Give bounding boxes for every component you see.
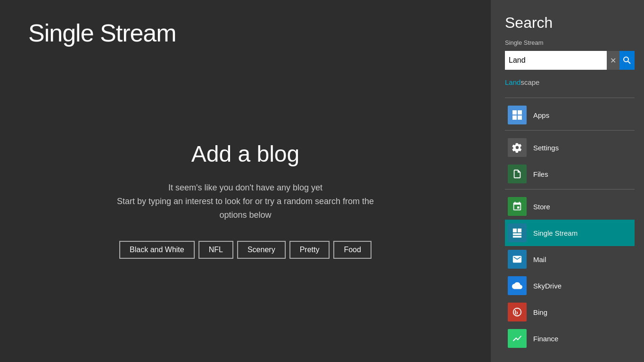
search-clear-button[interactable]: ✕	[607, 51, 619, 70]
app-title: Single Stream	[28, 19, 462, 47]
skydrive-label: SkyDrive	[533, 282, 561, 290]
svg-rect-4	[512, 115, 517, 120]
skydrive-icon	[508, 276, 527, 295]
app-item-apps[interactable]: Apps	[505, 102, 635, 128]
app-item-files[interactable]: Files	[505, 161, 635, 187]
app-item-skydrive[interactable]: SkyDrive	[505, 272, 635, 299]
tag-button-nfl[interactable]: NFL	[198, 241, 233, 259]
search-input[interactable]	[505, 51, 607, 70]
bing-icon: b	[508, 303, 527, 321]
main-content: Single Stream Add a blog It seem's like …	[0, 0, 491, 362]
store-icon	[508, 197, 527, 216]
tag-button-food[interactable]: Food	[333, 241, 371, 259]
files-label: Files	[533, 170, 548, 178]
svg-rect-7	[518, 229, 521, 232]
center-area: Add a blog It seem's like you don't have…	[28, 57, 462, 343]
app-item-settings[interactable]: Settings	[505, 134, 635, 161]
suggestion-rest: scape	[520, 78, 539, 86]
svg-line-1	[628, 61, 630, 64]
svg-rect-8	[513, 233, 521, 235]
app-item-bing[interactable]: b Bing	[505, 299, 635, 325]
search-icon	[623, 56, 631, 65]
svg-rect-5	[518, 115, 522, 120]
description-text: It seem's like you don't have any blog y…	[104, 181, 387, 222]
single-stream-label: Single Stream	[533, 229, 578, 237]
store-label: Store	[533, 203, 550, 211]
app-item-mail[interactable]: Mail	[505, 246, 635, 272]
description-line1: It seem's like you don't have any blog y…	[168, 183, 322, 192]
mail-label: Mail	[533, 255, 546, 263]
search-go-button[interactable]	[619, 51, 635, 70]
finance-icon	[508, 329, 527, 348]
tag-button-black-and-white[interactable]: Black and White	[119, 241, 195, 259]
files-icon	[508, 165, 527, 183]
svg-rect-3	[518, 110, 522, 115]
add-blog-title: Add a blog	[191, 141, 300, 167]
search-input-row: ✕	[505, 51, 635, 70]
description-line2: Start by typing an interest to look for …	[117, 197, 374, 220]
app-item-store[interactable]: Store	[505, 193, 635, 220]
single-stream-icon	[508, 223, 527, 242]
finance-label: Finance	[533, 335, 558, 343]
search-scope: Single Stream	[505, 39, 635, 46]
svg-point-0	[624, 57, 628, 62]
settings-label: Settings	[533, 144, 559, 152]
mail-icon	[508, 250, 527, 269]
suggestion-highlight: Land	[505, 78, 520, 86]
divider-before-store	[505, 189, 635, 189]
app-list: Apps Settings Files	[505, 102, 635, 352]
bing-label: Bing	[533, 308, 547, 316]
search-suggestion[interactable]: Landscape	[505, 76, 635, 88]
search-sidebar: Search Single Stream ✕ Landscape	[491, 0, 644, 362]
tag-button-scenery[interactable]: Scenery	[237, 241, 286, 259]
apps-label: Apps	[533, 111, 549, 119]
tag-buttons-container: Black and WhiteNFLSceneryPrettyFood	[119, 241, 372, 259]
settings-icon	[508, 138, 527, 157]
app-item-single-stream[interactable]: Single Stream	[505, 220, 635, 246]
divider-after-apps	[505, 130, 635, 131]
svg-rect-2	[512, 110, 517, 115]
app-item-finance[interactable]: Finance	[505, 325, 635, 352]
svg-text:b: b	[515, 309, 518, 316]
svg-rect-6	[513, 229, 517, 232]
tag-button-pretty[interactable]: Pretty	[289, 241, 330, 259]
search-title: Search	[505, 14, 635, 32]
divider-top	[505, 98, 635, 98]
svg-rect-9	[513, 236, 521, 238]
apps-icon	[508, 106, 527, 124]
